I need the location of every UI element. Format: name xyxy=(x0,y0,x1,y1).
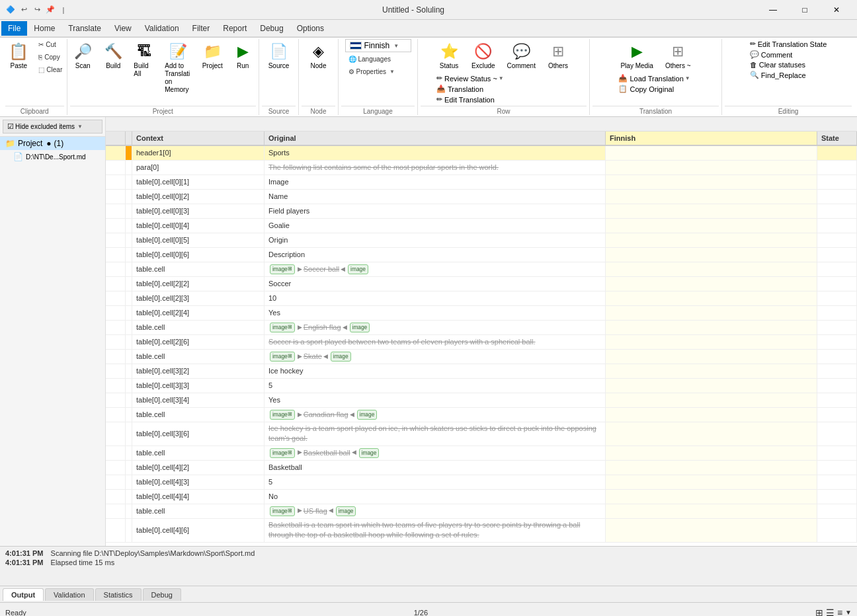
table-row[interactable]: table[0].cell[3][6]Ice hockey is a team … xyxy=(106,422,857,446)
table-row[interactable]: table[0].cell[2][4]Yes xyxy=(106,306,857,321)
table-row[interactable]: table[0].cell[4][3]5 xyxy=(106,475,857,490)
properties-icon: ⚙ xyxy=(348,68,354,75)
td-state xyxy=(817,306,857,320)
copy-button[interactable]: ⎘ Copy xyxy=(35,52,65,63)
table-row[interactable]: table[0].cell[2][2]Soccer xyxy=(106,277,857,291)
hide-excluded-button[interactable]: ☑ Hide excluded items ▼ xyxy=(3,120,102,134)
project-tree-item[interactable]: 📁 Project ● (1) xyxy=(0,137,105,150)
clear-icon: ⬚ xyxy=(38,66,44,73)
translation-button[interactable]: 📥 Translation xyxy=(434,84,507,94)
build-button[interactable]: 🔨 Build xyxy=(99,39,128,72)
pin-icon[interactable]: 📌 xyxy=(45,5,56,15)
td-state xyxy=(817,321,857,334)
copy-original-button[interactable]: 📋 Copy Original xyxy=(616,84,692,94)
table-row[interactable]: table[0].cell[0][3]Field players xyxy=(106,204,857,219)
img-tag-right: image xyxy=(336,506,356,516)
table-row[interactable]: table[0].cell[3][2]Ice hockey xyxy=(106,364,857,379)
table-row[interactable]: header1[0]Sports xyxy=(106,146,857,161)
detail-view-icon[interactable]: ≡ xyxy=(837,607,842,617)
table-row[interactable]: table[0].cell[3][4]Yes xyxy=(106,393,857,408)
maximize-button[interactable]: □ xyxy=(790,0,820,20)
menu-filter[interactable]: Filter xyxy=(186,21,217,36)
td-finnish xyxy=(606,219,817,233)
redo-icon[interactable]: ↪ xyxy=(32,5,42,15)
properties-button[interactable]: ⚙ Properties ▼ xyxy=(345,66,411,77)
cut-button[interactable]: ✂ Cut xyxy=(35,39,65,50)
status-button[interactable]: ⭐ Status xyxy=(434,39,464,72)
project-button[interactable]: 📁 Project xyxy=(198,39,227,72)
languages-button[interactable]: 🌐 Languages xyxy=(345,54,411,65)
menu-translate[interactable]: Translate xyxy=(61,21,108,36)
find-replace-icon: 🔍 xyxy=(750,71,759,79)
table-row[interactable]: table[0].cell[2][3]10 xyxy=(106,291,857,306)
table-row[interactable]: table[0].cell[0][6]Description xyxy=(106,248,857,262)
table-row[interactable]: table[0].cell[0][4]Goalie xyxy=(106,219,857,233)
table-row[interactable]: table.cellimage⊞▶US flag◀image xyxy=(106,504,857,519)
minimize-button[interactable]: — xyxy=(758,0,788,20)
table-row[interactable]: table[0].cell[4][2]Basketball xyxy=(106,461,857,475)
status-line-1: 4:01:31 PM Scanning file D:\NT\Deploy\Sa… xyxy=(5,549,852,557)
tab-statistics[interactable]: Statistics xyxy=(95,588,142,601)
td-info xyxy=(106,422,126,445)
edit-translation-state-button[interactable]: ✏ Edit Translation State xyxy=(747,39,830,49)
comment-button[interactable]: 💬 Comment xyxy=(503,39,540,72)
exclude-button[interactable]: 🚫 Exclude xyxy=(467,39,500,72)
td-original: Image xyxy=(265,175,606,189)
menu-debug[interactable]: Debug xyxy=(253,21,290,36)
menu-home[interactable]: Home xyxy=(27,21,61,36)
paste-button[interactable]: 📋 Paste xyxy=(3,39,34,72)
scan-button[interactable]: 🔎 Scan xyxy=(68,39,97,72)
find-replace-button[interactable]: 🔍 Find_Replace xyxy=(747,70,830,80)
td-context: table.cell xyxy=(132,446,265,460)
table-row[interactable]: table.cellimage⊞▶Canadian flag◀image xyxy=(106,408,857,422)
content-area: Context Original Finnish State header1[0… xyxy=(106,117,857,546)
menu-view[interactable]: View xyxy=(108,21,138,36)
table-row[interactable]: para[0]The following list contains some … xyxy=(106,161,857,175)
others-button[interactable]: ⊞ Others xyxy=(543,39,573,72)
others2-icon: ⊞ xyxy=(667,41,688,62)
menu-report[interactable]: Report xyxy=(216,21,253,36)
table-row[interactable]: table[0].cell[4][6]Basketball is a team … xyxy=(106,519,857,543)
table-row[interactable]: table.cellimage⊞▶English flag◀image xyxy=(106,321,857,335)
tab-validation[interactable]: Validation xyxy=(45,588,94,601)
clear-button[interactable]: ⬚ Clear xyxy=(35,64,65,75)
table-row[interactable]: table[0].cell[0][2]Name xyxy=(106,190,857,204)
view-dropdown-arrow[interactable]: ▼ xyxy=(845,609,852,616)
source-button[interactable]: 📄 Source xyxy=(264,39,294,72)
load-translation-button[interactable]: 📥 Load Translation ▼ xyxy=(616,73,692,83)
play-media-button[interactable]: ▶ Play Media xyxy=(616,39,657,72)
tab-debug[interactable]: Debug xyxy=(143,588,181,601)
menu-file[interactable]: File xyxy=(1,21,27,36)
td-original: Sports xyxy=(265,146,606,160)
edit-translation-button[interactable]: ✏ Edit Translation xyxy=(434,95,507,104)
close-button[interactable]: ✕ xyxy=(821,0,852,20)
comment-editing-button[interactable]: 💬 Comment xyxy=(747,50,830,59)
table-row[interactable]: table[0].cell[0][5]Origin xyxy=(106,233,857,248)
table-row[interactable]: table.cellimage⊞▶Basketball ball◀image xyxy=(106,446,857,461)
table-row[interactable]: table[0].cell[4][4]No xyxy=(106,490,857,504)
project-tree-label: Project xyxy=(18,139,42,148)
table-row[interactable]: table[0].cell[0][1]Image xyxy=(106,175,857,190)
table-row[interactable]: table[0].cell[3][3]5 xyxy=(106,379,857,393)
list-view-icon[interactable]: ☰ xyxy=(826,607,835,617)
add-tm-button[interactable]: 📝 Add to Translation Memory xyxy=(160,39,196,96)
undo-icon[interactable]: ↩ xyxy=(19,5,29,15)
menu-options[interactable]: Options xyxy=(290,21,331,36)
table-row[interactable]: table.cellimage⊞▶Soccer ball◀image xyxy=(106,262,857,277)
td-info xyxy=(106,219,126,233)
others2-button[interactable]: ⊞ Others ~ xyxy=(661,39,696,72)
review-status-button[interactable]: ✏ Review Status ~ ▼ xyxy=(434,73,507,83)
language-selector[interactable]: Finnish ▼ xyxy=(345,39,411,52)
td-state xyxy=(817,262,857,276)
run-button[interactable]: ▶ Run xyxy=(228,39,257,72)
build-all-button[interactable]: 🏗 Build All xyxy=(129,39,159,80)
node-button[interactable]: ◈ Node xyxy=(304,39,334,72)
clear-statuses-button[interactable]: 🗑 Clear statuses xyxy=(747,60,830,69)
tab-output[interactable]: Output xyxy=(3,588,44,601)
menu-validation[interactable]: Validation xyxy=(138,21,186,36)
table-row[interactable]: table.cellimage⊞▶Skate◀image xyxy=(106,350,857,364)
grid-view-icon[interactable]: ⊞ xyxy=(815,607,823,617)
file-tree-item[interactable]: 📄 D:\NT\De...Sport.md xyxy=(0,150,105,163)
table-row[interactable]: table[0].cell[2][6]Soccer is a sport pla… xyxy=(106,335,857,350)
td-state xyxy=(817,161,857,174)
